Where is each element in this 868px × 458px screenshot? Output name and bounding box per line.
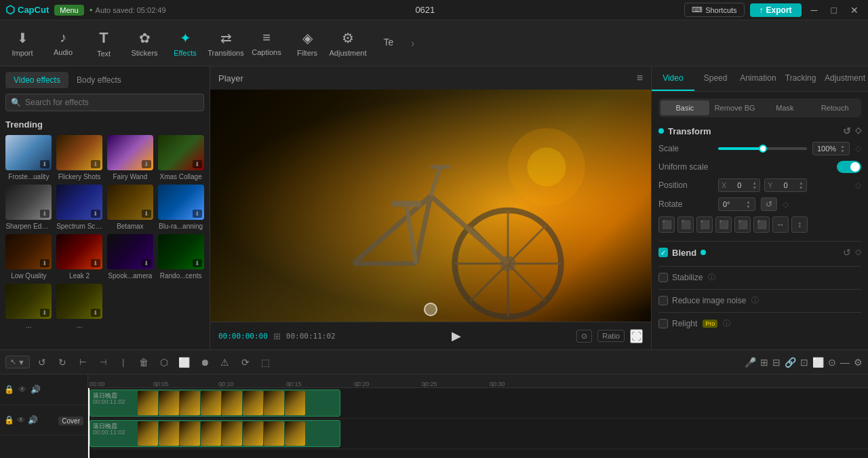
align-top-btn[interactable]: ⬛: [715, 216, 732, 233]
record-tool[interactable]: ⏺: [197, 354, 213, 370]
resize-tool[interactable]: ⬜: [176, 354, 193, 370]
toolbar-more-icon[interactable]: ›: [411, 37, 414, 50]
play-button[interactable]: ▶: [447, 326, 466, 345]
split-tool-2[interactable]: ⊣: [95, 354, 111, 370]
stabilize-checkbox[interactable]: [658, 273, 668, 282]
tl-tool-b[interactable]: ⊟: [772, 357, 781, 368]
track-clip-1[interactable]: 落日晚霞 00:00:11:02: [90, 389, 340, 417]
toolbar-filters[interactable]: ◈ Filters: [288, 23, 327, 64]
pos-x-up[interactable]: ▲: [752, 180, 757, 185]
search-input[interactable]: [5, 94, 204, 111]
list-item[interactable]: ⬇ Betamax: [107, 185, 154, 230]
list-item[interactable]: ⬇ Leak 2: [56, 234, 103, 280]
tl-tool-a[interactable]: ⊞: [760, 357, 768, 368]
tab-video-effects[interactable]: Video effects: [5, 72, 68, 88]
rotate-down[interactable]: ▼: [746, 204, 751, 209]
sub-tab-mask[interactable]: Mask: [761, 100, 810, 115]
crop-tool[interactable]: ⬡: [156, 354, 172, 370]
track-clip-2[interactable]: 落日晚霞 00:00:11:02: [90, 420, 340, 447]
list-item[interactable]: ⬇ Xmas Collage: [157, 135, 204, 180]
list-item[interactable]: ⬇ ...: [5, 284, 52, 329]
list-item[interactable]: ⬇ Low Quality: [5, 234, 52, 280]
playback-position[interactable]: [424, 303, 437, 316]
tl-tool-f[interactable]: ⊙: [828, 357, 836, 368]
relight-checkbox[interactable]: [658, 319, 668, 328]
rotate-keyframe-icon[interactable]: ◇: [783, 199, 789, 209]
menu-button[interactable]: Menu: [54, 5, 84, 16]
track-eye-icon[interactable]: 👁: [18, 385, 26, 394]
align-left-btn[interactable]: ⬛: [658, 216, 675, 233]
timeline-undo[interactable]: ↺: [34, 354, 50, 370]
reduce-noise-checkbox[interactable]: [658, 296, 668, 305]
scale-down-arrow[interactable]: ▼: [840, 149, 845, 153]
toolbar-text2[interactable]: Te: [369, 23, 408, 64]
track2-audio-icon[interactable]: 🔊: [28, 415, 38, 425]
align-center-h-btn[interactable]: ⬛: [677, 216, 694, 233]
mic-icon[interactable]: 🎤: [745, 357, 756, 368]
position-keyframe-icon[interactable]: ◇: [855, 180, 861, 190]
resolution-button[interactable]: ⊙: [576, 330, 592, 343]
tl-tool-g[interactable]: —: [840, 357, 850, 368]
tl-tool-e[interactable]: ⬜: [812, 357, 824, 368]
export-button[interactable]: ↑ Export: [750, 3, 802, 17]
sub-tab-basic[interactable]: Basic: [660, 100, 709, 115]
list-item[interactable]: ⬇ Fairy Wand: [107, 135, 154, 180]
split-tool-3[interactable]: |: [115, 354, 132, 370]
blend-checkbox[interactable]: ✓: [658, 248, 668, 257]
list-item[interactable]: ⬇ Rando...cents: [157, 234, 204, 280]
tl-tool-c[interactable]: 🔗: [785, 357, 796, 368]
pos-x-down[interactable]: ▼: [752, 185, 757, 190]
timeline-redo[interactable]: ↻: [54, 354, 71, 370]
scale-keyframe-icon[interactable]: ◇: [855, 144, 861, 153]
uniform-scale-toggle[interactable]: [837, 161, 861, 173]
scale-up-arrow[interactable]: ▲: [840, 144, 845, 149]
rotate-ccw-button[interactable]: ↺: [761, 197, 777, 211]
track-cover-label[interactable]: Cover: [58, 417, 83, 425]
timeline-select-tool[interactable]: ↖ ▼: [5, 356, 30, 368]
toolbar-audio[interactable]: ♪ Audio: [43, 23, 83, 64]
maximize-button[interactable]: □: [827, 3, 841, 17]
rotate-tool[interactable]: ⟳: [237, 354, 254, 370]
relight-info-icon[interactable]: ⓘ: [723, 318, 730, 328]
toolbar-stickers[interactable]: ✿ Stickers: [125, 23, 164, 64]
sub-tab-retouch[interactable]: Retouch: [810, 100, 859, 115]
trim-tool[interactable]: ⬚: [258, 354, 274, 370]
toolbar-captions[interactable]: ≡ Captions: [247, 23, 286, 64]
tab-video[interactable]: Video: [652, 66, 694, 91]
scale-slider[interactable]: [718, 147, 807, 150]
pos-y-up[interactable]: ▲: [799, 180, 804, 185]
align-bottom-btn[interactable]: ⬛: [753, 216, 770, 233]
sub-tab-removebg[interactable]: Remove BG: [711, 100, 760, 115]
tab-adjustment[interactable]: Adjustment: [822, 66, 868, 91]
toolbar-text[interactable]: T Text: [84, 23, 123, 64]
time-grid-icon[interactable]: ⊞: [273, 331, 281, 341]
list-item[interactable]: ⬇ Flickery Shots: [56, 135, 103, 180]
split-tool-1[interactable]: ⊢: [75, 354, 91, 370]
speed-tool[interactable]: ⚠: [217, 354, 233, 370]
player-menu-icon[interactable]: ≡: [637, 72, 643, 84]
blend-reset-icon[interactable]: ↺: [843, 247, 851, 258]
tab-animation[interactable]: Animation: [737, 66, 780, 91]
tl-settings-icon[interactable]: ⚙: [854, 357, 863, 368]
minimize-button[interactable]: ─: [807, 3, 822, 17]
list-item[interactable]: ⬇ Froste...uality: [5, 135, 52, 180]
rotate-up[interactable]: ▲: [746, 199, 751, 204]
fullscreen-button[interactable]: ⛶: [630, 329, 643, 343]
list-item[interactable]: ⬇ Spectrum Scan: [56, 185, 103, 230]
toolbar-effects[interactable]: ✦ Effects: [165, 23, 205, 64]
close-button[interactable]: ✕: [846, 3, 863, 17]
track-lock-icon[interactable]: 🔒: [4, 385, 14, 394]
shortcuts-button[interactable]: ⌨ Shortcuts: [684, 3, 744, 17]
transform-keyframe-icon[interactable]: ◇: [855, 126, 861, 136]
list-item[interactable]: ⬇ Spook...amera: [107, 234, 154, 280]
tab-body-effects[interactable]: Body effects: [68, 72, 130, 88]
toolbar-transitions[interactable]: ⇄ Transitions: [206, 23, 245, 64]
track2-lock-icon[interactable]: 🔒: [4, 415, 14, 425]
tl-tool-d[interactable]: ⊡: [800, 357, 808, 368]
flip-v-btn[interactable]: ↕: [791, 216, 808, 233]
pos-y-down[interactable]: ▼: [799, 185, 804, 190]
blend-keyframe-icon[interactable]: ◇: [855, 247, 861, 258]
toolbar-import[interactable]: ⬇ Import: [3, 23, 42, 64]
flip-h-btn[interactable]: ↔: [772, 216, 789, 233]
list-item[interactable]: ⬇ Blu-ra...anning: [157, 185, 204, 230]
